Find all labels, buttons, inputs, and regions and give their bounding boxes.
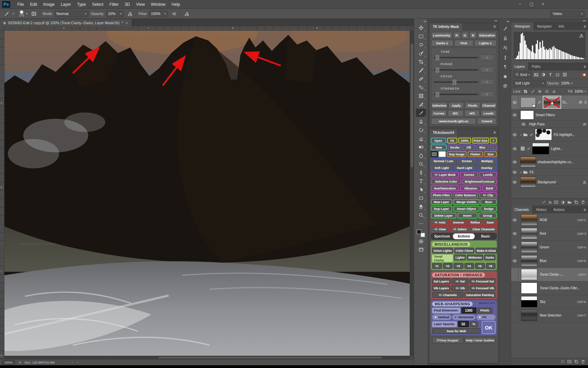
- filter-type-layers-icon[interactable]: T: [548, 72, 553, 78]
- tk-pick-button[interactable]: Pick: [454, 40, 473, 46]
- ruler-corner[interactable]: [0, 26, 4, 31]
- add-adjustment-layer-icon[interactable]: [561, 200, 565, 204]
- tk-collapse-icon[interactable]: ▸▸: [428, 19, 500, 23]
- visibility-toggle[interactable]: [511, 110, 519, 120]
- panel-menu-icon[interactable]: ≡: [493, 130, 496, 135]
- action-tonal-darks-button[interactable]: Darks: [484, 255, 495, 260]
- dark-swatch-button[interactable]: [431, 151, 438, 157]
- clone-tool[interactable]: [416, 117, 426, 125]
- action--layer-mask-button[interactable]: +/- Layer Mask: [431, 172, 459, 178]
- filter-smart-objects-icon[interactable]: [562, 72, 568, 78]
- action-smart-object-button[interactable]: Smart Object: [453, 206, 480, 212]
- tk-slider-value[interactable]: 0: [480, 91, 494, 97]
- visibility-toggle[interactable]: [511, 269, 519, 280]
- action-normal-lum-button[interactable]: Normal / Lum: [431, 158, 456, 164]
- tk-curves-button[interactable]: Curves: [431, 110, 447, 117]
- action--clip-button[interactable]: +/- Clip: [479, 192, 497, 198]
- close-button[interactable]: ×: [537, 0, 549, 8]
- lock-all-icon[interactable]: [551, 89, 557, 94]
- brush-tool-preset-icon[interactable]: [3, 10, 10, 17]
- action-number-4-button[interactable]: #4: [464, 263, 474, 269]
- tk-selection-button[interactable]: Selection: [431, 102, 447, 109]
- action-save-button[interactable]: Save: [484, 219, 497, 225]
- tab-basic[interactable]: Basic: [475, 233, 496, 239]
- menu-item-help[interactable]: Help: [168, 1, 183, 8]
- action--focused-vib-button[interactable]: +/- Focused Vib: [470, 285, 495, 291]
- tk-b-button[interactable]: B: [470, 32, 477, 39]
- tk-slider-track[interactable]: [434, 81, 478, 83]
- layer-row-groupmask[interactable]: ›FG highlight...: [511, 128, 588, 142]
- tab-paths[interactable]: Paths: [528, 63, 544, 70]
- collapse-smart-filters-icon[interactable]: ᐱ: [584, 101, 587, 104]
- tk-slider-thumb[interactable]: [453, 80, 456, 85]
- spot-heal-tool[interactable]: [416, 75, 426, 83]
- strip-collapse-icon[interactable]: ◂◂: [505, 19, 511, 24]
- save-selection-icon[interactable]: [567, 359, 572, 364]
- tk-apply-button[interactable]: Apply: [448, 102, 464, 109]
- channel-row[interactable]: RedCtrl+3: [511, 227, 588, 241]
- horizontal-scrollbar[interactable]: [4, 356, 410, 359]
- mask-properties-icon[interactable]: [578, 100, 583, 104]
- filter-options-icon[interactable]: [583, 122, 587, 126]
- tk-actions-title[interactable]: TKActionsV4: [429, 129, 458, 136]
- slice-tool[interactable]: [416, 100, 426, 108]
- brush-presets-panel-icon[interactable]: [501, 24, 510, 33]
- expand-icon[interactable]: ›: [520, 170, 521, 174]
- final-dimension-input[interactable]: 1300: [461, 307, 476, 313]
- action-100--button[interactable]: 100%: [458, 138, 471, 143]
- filter-shape-layers-icon[interactable]: [555, 72, 560, 78]
- action-selective-color-button[interactable]: Selective Color: [431, 179, 461, 184]
- new-layer-icon[interactable]: [574, 200, 578, 204]
- visibility-toggle[interactable]: [511, 228, 519, 239]
- action-tonal-lights-button[interactable]: Lights: [454, 255, 466, 260]
- action---button[interactable]: +: [490, 138, 497, 143]
- light-swatch-button[interactable]: [439, 151, 445, 157]
- brush-tool[interactable]: [416, 109, 426, 117]
- visibility-toggle[interactable]: [511, 143, 519, 154]
- history-brush-tool[interactable]: [416, 126, 426, 134]
- channel-row[interactable]: New SelectionCtrl+7: [511, 309, 588, 322]
- channel-thumbnail[interactable]: [521, 242, 537, 253]
- action-overlay-button[interactable]: Overlay: [476, 165, 497, 171]
- delete-layer-icon[interactable]: [581, 200, 585, 204]
- action-vib-layers-button[interactable]: Vib Layers: [432, 285, 450, 291]
- tk-slider-track[interactable]: [434, 57, 478, 58]
- blur-tool[interactable]: [416, 151, 426, 159]
- panel-menu-icon[interactable]: ≡: [584, 208, 586, 212]
- action-photo-filter-button[interactable]: Photo Filter: [431, 192, 452, 198]
- action-color-clone-button[interactable]: Color Clone: [454, 248, 474, 254]
- visibility-toggle[interactable]: [511, 96, 519, 108]
- tk-levels-button[interactable]: Levels: [481, 110, 496, 117]
- help-user-guides-button[interactable]: Help / User Guides: [465, 337, 496, 343]
- channel-thumbnail[interactable]: [521, 214, 537, 226]
- tk-channel-button[interactable]: Channel: [481, 102, 496, 109]
- tk-lights-1-button[interactable]: Lights-1: [474, 40, 496, 46]
- action-screen-button[interactable]: Screen: [457, 158, 476, 164]
- action-curves-button[interactable]: Curves: [460, 172, 478, 178]
- action-dup-image-button[interactable]: Dup Image: [447, 151, 467, 157]
- vertical-scrollbar-thumb[interactable]: [411, 44, 413, 167]
- action-blur-button[interactable]: Blur: [476, 144, 489, 150]
- clone-source-panel-icon[interactable]: [501, 34, 510, 43]
- action-hard-light-button[interactable]: Hard Light: [454, 165, 475, 171]
- action--select-button[interactable]: +/- Select: [450, 226, 470, 232]
- hand-tool[interactable]: [416, 202, 426, 211]
- document-close-icon[interactable]: ×: [125, 21, 128, 25]
- status-prev-icon[interactable]: ‹: [78, 361, 79, 364]
- action-new-layer-button[interactable]: New Layer: [431, 199, 452, 205]
- canvas[interactable]: [4, 31, 410, 359]
- action--focused-sat-button[interactable]: +/- Focused Sat: [470, 278, 495, 284]
- tk-slider-thumb[interactable]: [436, 67, 439, 73]
- right-collapse-icon[interactable]: ▸▸: [511, 19, 588, 22]
- channel-thumbnail[interactable]: [521, 296, 537, 307]
- workspace-select[interactable]: Video▾: [551, 11, 585, 17]
- vertical-scrollbar[interactable]: [410, 31, 414, 356]
- action-fill-button[interactable]: Fill: [462, 144, 475, 150]
- adjustment-icon[interactable]: [520, 146, 525, 151]
- action-flatten-button[interactable]: Flatten: [468, 151, 483, 157]
- action-invert-button[interactable]: Invert: [457, 213, 477, 218]
- visibility-toggle[interactable]: [511, 296, 519, 307]
- action-burn-button[interactable]: Burn: [480, 199, 497, 205]
- toolbar-collapse-icon[interactable]: ◂◂: [422, 19, 428, 24]
- action-delete-layer-button[interactable]: Delete Layer: [431, 213, 456, 218]
